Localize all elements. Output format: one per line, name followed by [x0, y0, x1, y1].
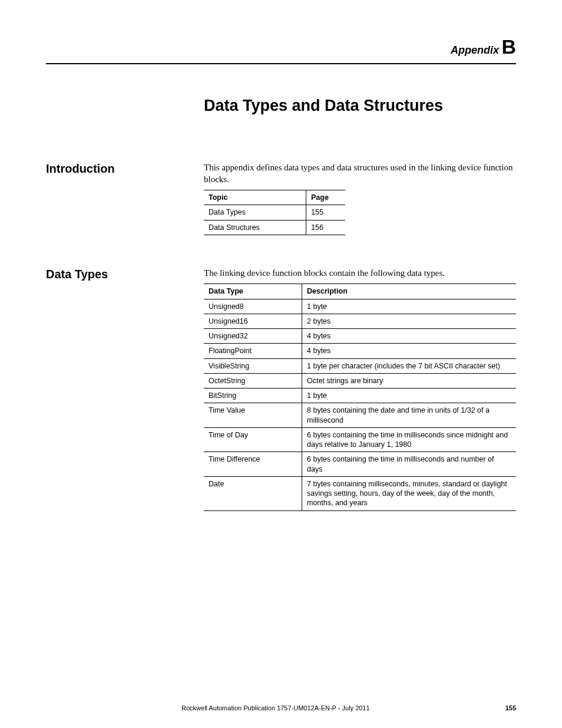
introduction-section: Introduction This appendix defines data … [46, 162, 516, 235]
datatype-cell: Time Difference [204, 452, 302, 477]
footer-publication: Rockwell Automation Publication 1757-UM0… [46, 704, 505, 711]
appendix-letter: B [501, 35, 516, 58]
table-row: Time Value 8 bytes containing the date a… [204, 403, 516, 428]
datatype-cell: FloatingPoint [204, 344, 302, 358]
datatype-cell: BitString [204, 388, 302, 403]
description-cell: 6 bytes containing the time in milliseco… [302, 452, 517, 477]
appendix-label: Appendix [451, 44, 499, 56]
page-footer: Rockwell Automation Publication 1757-UM0… [46, 704, 516, 711]
page-cell: 155 [306, 205, 346, 220]
page-cell: 156 [306, 220, 346, 235]
data-types-heading: Data Types [46, 268, 204, 281]
description-cell: 1 byte per character (includes the 7 bit… [302, 358, 517, 373]
datatype-cell: OctetString [204, 373, 302, 388]
table-row: FloatingPoint 4 bytes [204, 344, 516, 358]
table-row: Data Types 155 [204, 205, 345, 220]
data-types-table: Data Type Description Unsigned8 1 byte U… [204, 284, 516, 510]
datatype-cell: Time of Day [204, 427, 302, 452]
page-header: Appendix B [46, 35, 516, 58]
introduction-heading: Introduction [46, 162, 204, 176]
table-row: BitString 1 byte [204, 388, 516, 403]
page-header-cell: Page [306, 190, 346, 205]
description-cell: Octet strings are binary [302, 373, 517, 388]
description-cell: 8 bytes containing the date and time in … [302, 403, 517, 428]
topic-cell: Data Structures [204, 220, 306, 235]
table-row: Unsigned8 1 byte [204, 299, 516, 314]
description-cell: 1 byte [302, 388, 517, 403]
datatype-cell: VisibleString [204, 358, 302, 373]
description-cell: 4 bytes [302, 344, 517, 358]
topic-table: Topic Page Data Types 155 Data Structure… [204, 190, 345, 235]
description-cell: 6 bytes containing the time in milliseco… [302, 427, 517, 452]
chapter-title: Data Types and Data Structures [204, 97, 516, 115]
footer-page-number: 155 [505, 704, 516, 711]
description-cell: 1 byte [302, 299, 517, 314]
table-row: VisibleString 1 byte per character (incl… [204, 358, 516, 373]
description-header: Description [302, 284, 517, 299]
datatype-cell: Unsigned32 [204, 329, 302, 344]
description-cell: 4 bytes [302, 329, 517, 344]
table-row: Unsigned16 2 bytes [204, 314, 516, 328]
description-cell: 7 bytes containing milliseconds, minutes… [302, 476, 517, 510]
datatype-cell: Date [204, 476, 302, 510]
topic-cell: Data Types [204, 205, 306, 220]
topic-header: Topic [204, 190, 306, 205]
description-cell: 2 bytes [302, 314, 517, 328]
data-types-paragraph: The linking device function blocks conta… [204, 268, 516, 279]
introduction-paragraph: This appendix defines data types and dat… [204, 162, 516, 185]
datatype-cell: Time Value [204, 403, 302, 428]
table-row: OctetString Octet strings are binary [204, 373, 516, 388]
table-row: Unsigned32 4 bytes [204, 329, 516, 344]
table-row: Time of Day 6 bytes containing the time … [204, 427, 516, 452]
header-rule [46, 63, 516, 64]
table-row: Data Structures 156 [204, 220, 345, 235]
table-row: Time Difference 6 bytes containing the t… [204, 452, 516, 477]
table-row: Date 7 bytes containing milliseconds, mi… [204, 476, 516, 510]
datatype-cell: Unsigned8 [204, 299, 302, 314]
datatype-header: Data Type [204, 284, 302, 299]
data-types-section: Data Types The linking device function b… [46, 268, 516, 511]
datatype-cell: Unsigned16 [204, 314, 302, 328]
